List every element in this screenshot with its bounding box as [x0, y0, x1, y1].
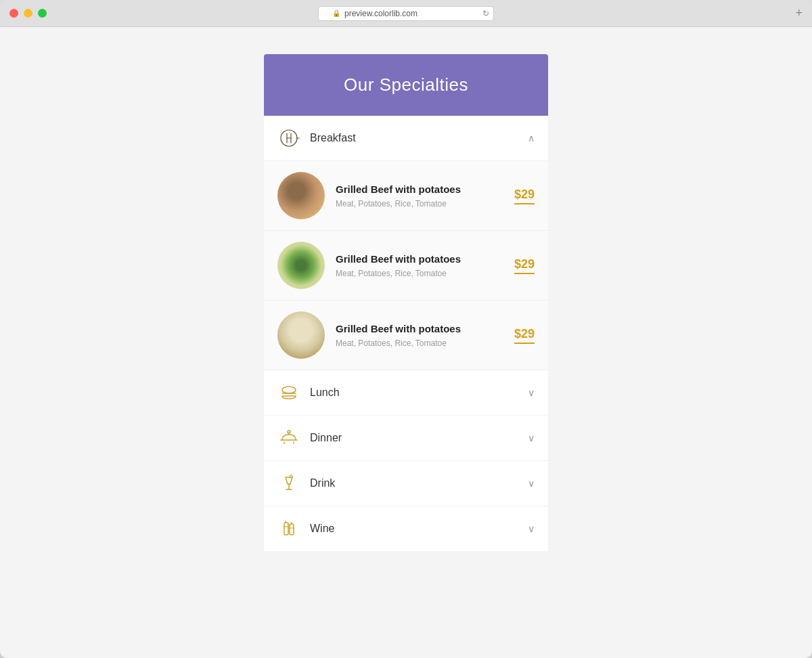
page-content: Our Specialties	[0, 27, 812, 592]
food-name-1: Grilled Beef with potatoes	[336, 183, 514, 196]
close-button[interactable]	[9, 9, 18, 18]
food-image-3	[277, 311, 325, 359]
drink-section: Drink ∨	[264, 461, 548, 506]
browser-window: 🔒 preview.colorlib.com ↻ + Our Specialti…	[0, 0, 812, 658]
svg-point-10	[288, 431, 290, 433]
food-details-3: Grilled Beef with potatoes Meat, Potatoe…	[336, 322, 514, 348]
food-ingredients-2: Meat, Potatoes, Rice, Tomatoe	[336, 269, 514, 278]
breakfast-header[interactable]: Breakfast ∧	[264, 116, 548, 160]
breakfast-content: Grilled Beef with potatoes Meat, Potatoe…	[264, 160, 548, 370]
drink-label: Drink	[310, 477, 528, 489]
lunch-section: Lunch ∨	[264, 370, 548, 416]
food-image-2	[277, 242, 325, 289]
breakfast-label: Breakfast	[310, 132, 528, 144]
specialties-header: Our Specialties	[264, 54, 548, 116]
reload-icon[interactable]: ↻	[482, 9, 489, 18]
food-price-3: $29	[514, 327, 535, 344]
wine-section: Wine ∨	[264, 506, 548, 551]
url-text: preview.colorlib.com	[344, 9, 418, 18]
wine-header[interactable]: Wine ∨	[264, 506, 548, 551]
url-bar[interactable]: 🔒 preview.colorlib.com ↻	[318, 6, 494, 21]
food-ingredients-1: Meat, Potatoes, Rice, Tomatoe	[336, 199, 514, 209]
svg-line-16	[291, 474, 292, 475]
dinner-label: Dinner	[310, 432, 528, 444]
new-tab-button[interactable]: +	[795, 6, 803, 20]
menu-item: Grilled Beef with potatoes Meat, Potatoe…	[264, 231, 548, 301]
drink-header[interactable]: Drink ∨	[264, 461, 548, 506]
svg-rect-17	[284, 523, 288, 535]
svg-rect-18	[290, 524, 294, 535]
fullscreen-button[interactable]	[38, 9, 47, 18]
drink-icon	[277, 472, 300, 495]
svg-point-5	[282, 387, 296, 393]
food-name-2: Grilled Beef with potatoes	[336, 253, 514, 266]
lock-icon: 🔒	[332, 9, 340, 17]
dinner-section: Dinner ∨	[264, 416, 548, 461]
menu-item: Grilled Beef with potatoes Meat, Potatoe…	[264, 161, 548, 231]
specialties-title: Our Specialties	[277, 74, 535, 95]
food-details-2: Grilled Beef with potatoes Meat, Potatoe…	[336, 253, 514, 278]
food-ingredients-3: Meat, Potatoes, Rice, Tomatoe	[336, 338, 514, 348]
lunch-icon	[277, 381, 300, 404]
titlebar: 🔒 preview.colorlib.com ↻ +	[0, 0, 812, 27]
menu-item: Grilled Beef with potatoes Meat, Potatoe…	[264, 301, 548, 370]
lunch-header[interactable]: Lunch ∨	[264, 370, 548, 415]
wine-chevron: ∨	[528, 523, 535, 534]
traffic-lights	[9, 9, 47, 18]
food-image-1	[277, 172, 325, 219]
food-details-1: Grilled Beef with potatoes Meat, Potatoe…	[336, 183, 514, 209]
wine-label: Wine	[310, 523, 528, 535]
breakfast-section: Breakfast ∧ Grilled Beef with potatoes M…	[264, 116, 548, 370]
dinner-icon	[277, 426, 300, 449]
food-price-1: $29	[514, 188, 535, 204]
lunch-chevron: ∨	[528, 387, 535, 398]
dinner-chevron: ∨	[528, 433, 535, 443]
accordion: Breakfast ∧ Grilled Beef with potatoes M…	[264, 116, 548, 551]
breakfast-chevron: ∧	[528, 133, 535, 144]
food-price-2: $29	[514, 257, 535, 274]
dinner-header[interactable]: Dinner ∨	[264, 416, 548, 460]
wine-icon	[277, 517, 300, 540]
drink-chevron: ∨	[528, 478, 535, 489]
minimize-button[interactable]	[24, 9, 32, 18]
lunch-label: Lunch	[310, 387, 528, 399]
specialties-card: Our Specialties	[264, 54, 548, 551]
breakfast-icon	[277, 127, 300, 150]
food-name-3: Grilled Beef with potatoes	[336, 322, 514, 336]
